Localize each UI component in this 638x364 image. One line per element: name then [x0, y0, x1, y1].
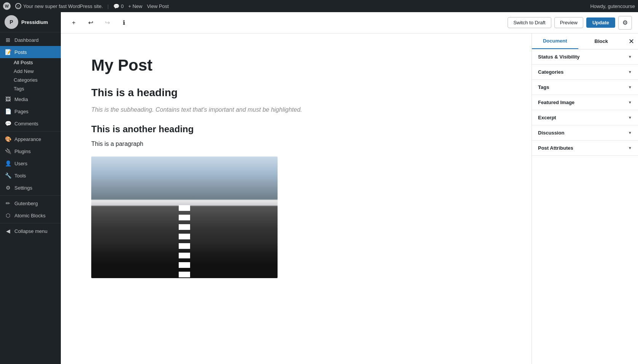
chevron-down-icon-excerpt: ▼	[628, 116, 632, 120]
new-label: + New	[128, 3, 142, 9]
admin-bar: W ⌂ Your new super fast WordPress site. …	[0, 0, 638, 12]
preview-button[interactable]: Preview	[554, 17, 583, 28]
panel-section-status-visibility: Status & Visibility ▼	[532, 49, 638, 65]
collapse-icon: ◀	[5, 228, 11, 234]
sidebar-separator-2	[0, 195, 61, 196]
add-block-button[interactable]: +	[67, 16, 81, 30]
tab-document[interactable]: Document	[532, 33, 578, 49]
panel-section-header-status-visibility[interactable]: Status & Visibility ▼	[532, 49, 638, 64]
main-layout: P Pressidium ⊞ Dashboard 📝 Posts All Pos…	[0, 12, 638, 364]
sidebar-item-label-pages: Pages	[14, 109, 29, 114]
switch-to-draft-button[interactable]: Switch to Draft	[508, 17, 551, 28]
panel-section-excerpt: Excerpt ▼	[532, 110, 638, 125]
gutenberg-icon: ✏	[5, 200, 11, 206]
panel-section-label-categories: Categories	[538, 69, 563, 75]
sidebar-item-label-tools: Tools	[14, 173, 26, 179]
panel-section-discussion: Discussion ▼	[532, 125, 638, 141]
sidebar-menu: ⊞ Dashboard 📝 Posts All Posts Add New Ca…	[0, 32, 61, 239]
panel-section-categories: Categories ▼	[532, 65, 638, 80]
update-button[interactable]: Update	[586, 17, 615, 28]
sidebar-item-label-dashboard: Dashboard	[14, 37, 39, 43]
sidebar-item-plugins[interactable]: 🔌 Plugins	[0, 145, 61, 157]
sidebar-item-label-users: Users	[14, 161, 27, 166]
sidebar-collapse-menu[interactable]: ◀ Collapse menu	[0, 225, 61, 237]
comments-count: 0	[121, 3, 124, 9]
posts-icon: 📝	[5, 49, 11, 55]
chevron-down-icon-tags: ▼	[628, 85, 632, 89]
panel-section-label-discussion: Discussion	[538, 130, 564, 136]
admin-bar-divider: |	[108, 3, 109, 9]
sidebar-item-label-atomic-blocks: Atomic Blocks	[14, 213, 46, 218]
sidebar-subitem-all-posts[interactable]: All Posts	[0, 58, 61, 67]
editor-area: + ↩ ↪ ℹ Switch to Draft Preview Update ⚙…	[61, 12, 638, 364]
chevron-down-icon-discussion: ▼	[628, 131, 632, 135]
sidebar-item-label-posts: Posts	[14, 49, 27, 55]
panel-section-label-status-visibility: Status & Visibility	[538, 54, 580, 60]
sidebar-item-label-comments: Comments	[14, 121, 38, 127]
post-title[interactable]: My Post	[91, 56, 501, 74]
panel-section-header-discussion[interactable]: Discussion ▼	[532, 125, 638, 140]
sidebar-item-gutenberg[interactable]: ✏ Gutenberg	[0, 197, 61, 209]
content-heading-2[interactable]: This is another heading	[91, 124, 501, 135]
comments-nav-icon: 💬	[5, 120, 11, 127]
appearance-icon: 🎨	[5, 136, 11, 142]
sidebar-separator-3	[0, 223, 61, 223]
sidebar-item-appearance[interactable]: 🎨 Appearance	[0, 133, 61, 145]
undo-button[interactable]: ↩	[84, 16, 97, 30]
panel-section-label-tags: Tags	[538, 84, 549, 90]
panel-close-button[interactable]: ✕	[624, 35, 638, 48]
sidebar-subitem-add-new[interactable]: Add New	[0, 67, 61, 76]
panel-tabs: Document Block ✕	[532, 33, 638, 49]
admin-bar-howdy: Howdy, gutencourse	[590, 3, 635, 9]
admin-bar-view-post[interactable]: View Post	[147, 3, 169, 9]
settings-icon: ⚙	[5, 185, 11, 191]
sidebar-item-posts[interactable]: 📝 Posts	[0, 46, 61, 58]
tab-block[interactable]: Block	[578, 33, 625, 49]
redo-button[interactable]: ↪	[100, 16, 114, 30]
chevron-down-icon-status: ▼	[628, 55, 632, 59]
content-heading-1[interactable]: This is a heading	[91, 87, 501, 99]
sidebar-site-name: Pressidium	[21, 19, 48, 25]
sidebar-item-settings[interactable]: ⚙ Settings	[0, 182, 61, 194]
info-button[interactable]: ℹ	[117, 16, 131, 30]
editor-toolbar: + ↩ ↪ ℹ Switch to Draft Preview Update ⚙	[61, 12, 638, 33]
admin-bar-comments[interactable]: 💬 0	[113, 3, 124, 9]
road-image-visual	[91, 157, 278, 278]
panel-section-header-featured-image[interactable]: Featured Image ▼	[532, 95, 638, 110]
atomic-blocks-icon: ⬡	[5, 212, 11, 218]
sidebar-item-label-plugins: Plugins	[14, 149, 31, 154]
sidebar-collapse-label: Collapse menu	[14, 228, 48, 234]
sidebar-subitem-tags[interactable]: Tags	[0, 84, 61, 93]
content-image[interactable]	[91, 157, 278, 278]
sidebar-item-comments[interactable]: 💬 Comments	[0, 117, 61, 130]
content-paragraph[interactable]: This is a paragraph	[91, 141, 501, 147]
panel-section-header-post-attributes[interactable]: Post Attributes ▼	[532, 141, 638, 155]
panel-section-header-excerpt[interactable]: Excerpt ▼	[532, 110, 638, 125]
editor-content[interactable]: My Post This is a heading This is the su…	[61, 33, 532, 364]
wp-logo-icon[interactable]: W	[3, 2, 11, 10]
sidebar-item-label-settings: Settings	[14, 185, 32, 191]
sidebar-item-tools[interactable]: 🔧 Tools	[0, 169, 61, 182]
sidebar-item-dashboard[interactable]: ⊞ Dashboard	[0, 34, 61, 46]
side-panel: Document Block ✕ Status & Visibility ▼ C…	[532, 33, 638, 364]
admin-bar-site-name: Your new super fast WordPress site.	[23, 3, 103, 9]
panel-section-featured-image: Featured Image ▼	[532, 95, 638, 110]
admin-bar-site[interactable]: ⌂ Your new super fast WordPress site.	[15, 3, 103, 9]
sidebar-item-pages[interactable]: 📄 Pages	[0, 105, 61, 117]
tools-icon: 🔧	[5, 173, 11, 179]
admin-bar-new[interactable]: + New	[128, 3, 142, 9]
sidebar-item-label-gutenberg: Gutenberg	[14, 201, 38, 206]
sidebar-posts-submenu: All Posts Add New Categories Tags	[0, 58, 61, 93]
sidebar-item-media[interactable]: 🖼 Media	[0, 93, 61, 105]
settings-panel-button[interactable]: ⚙	[618, 16, 632, 30]
sidebar-logo: P	[5, 15, 18, 29]
panel-section-tags: Tags ▼	[532, 80, 638, 95]
sidebar-item-atomic-blocks[interactable]: ⬡ Atomic Blocks	[0, 209, 61, 222]
sidebar-item-users[interactable]: 👤 Users	[0, 157, 61, 169]
sidebar-subitem-categories[interactable]: Categories	[0, 76, 61, 84]
panel-section-header-categories[interactable]: Categories ▼	[532, 65, 638, 79]
sidebar: P Pressidium ⊞ Dashboard 📝 Posts All Pos…	[0, 12, 61, 364]
toolbar-right: Switch to Draft Preview Update ⚙	[508, 16, 632, 30]
content-subheading[interactable]: This is the subheading. Contains text th…	[91, 106, 501, 113]
panel-section-header-tags[interactable]: Tags ▼	[532, 80, 638, 95]
